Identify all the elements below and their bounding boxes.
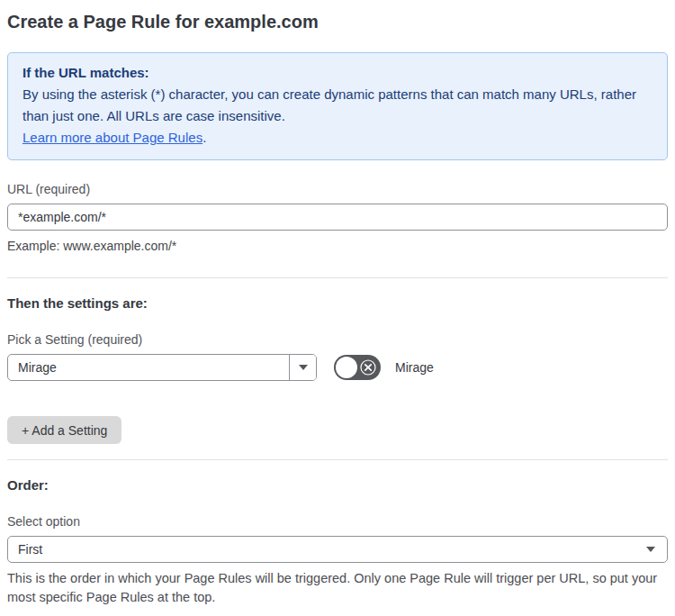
- settings-section-heading: Then the settings are:: [7, 295, 668, 311]
- order-select-arrow: [646, 547, 667, 552]
- x-icon: [360, 359, 376, 376]
- link-suffix: .: [202, 130, 206, 145]
- info-box-link-line: Learn more about Page Rules.: [22, 127, 652, 149]
- url-example-helper: Example: www.example.com/*: [7, 237, 668, 255]
- url-match-info-box: If the URL matches: By using the asteris…: [7, 52, 668, 160]
- toggle-label: Mirage: [395, 360, 434, 375]
- order-select-value: First: [8, 542, 646, 557]
- order-select[interactable]: First: [7, 536, 668, 563]
- setting-select-arrow-button[interactable]: [289, 355, 316, 380]
- page-title: Create a Page Rule for example.com: [7, 9, 668, 34]
- divider: [7, 459, 668, 460]
- info-box-heading: If the URL matches:: [22, 62, 652, 84]
- url-input[interactable]: [7, 204, 668, 231]
- info-box-body: By using the asterisk (*) character, you…: [22, 84, 652, 127]
- add-setting-button[interactable]: + Add a Setting: [7, 416, 122, 444]
- mirage-toggle[interactable]: [334, 355, 381, 380]
- setting-row: Mirage Mirage: [7, 354, 668, 381]
- order-select-label: Select option: [7, 514, 668, 530]
- toggle-knob: [336, 357, 357, 378]
- setting-select[interactable]: Mirage: [7, 354, 317, 381]
- chevron-down-icon: [646, 547, 655, 552]
- order-helper-text: This is the order in which your Page Rul…: [7, 569, 661, 607]
- order-section-heading: Order:: [7, 477, 668, 493]
- create-page-rule-form: Create a Page Rule for example.com If th…: [0, 0, 675, 616]
- learn-more-link[interactable]: Learn more about Page Rules: [22, 130, 202, 145]
- divider: [7, 277, 668, 278]
- setting-select-value: Mirage: [8, 360, 289, 375]
- pick-setting-label: Pick a Setting (required): [7, 332, 668, 348]
- chevron-down-icon: [299, 365, 308, 370]
- url-field-label: URL (required): [7, 182, 668, 197]
